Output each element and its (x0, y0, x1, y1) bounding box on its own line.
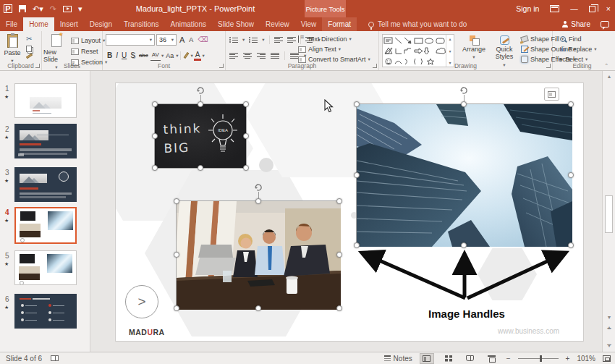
increase-indent-icon[interactable] (287, 37, 296, 43)
skyscraper-photo[interactable] (356, 103, 572, 246)
zoom-slider-thumb[interactable] (540, 355, 542, 362)
reading-view-button[interactable] (463, 353, 478, 364)
shrink-font-button[interactable]: A (187, 35, 195, 45)
italic-button[interactable]: I (114, 51, 119, 61)
font-color-button[interactable]: A (194, 51, 202, 61)
clear-formatting-icon[interactable]: ⌫ (196, 35, 209, 45)
resize-handle[interactable] (461, 101, 467, 107)
collapse-ribbon-icon[interactable]: ⌃ (604, 63, 608, 69)
sign-in-button[interactable]: Sign in (516, 4, 539, 13)
fit-to-window-icon[interactable] (603, 355, 611, 362)
scrollbar-thumb[interactable] (605, 195, 613, 233)
clipboard-dialog-launcher[interactable] (35, 64, 40, 68)
tab-home[interactable]: Home (23, 17, 54, 31)
tab-slide-show[interactable]: Slide Show (212, 17, 260, 31)
slide-sorter-button[interactable] (441, 353, 456, 364)
tab-review[interactable]: Review (260, 17, 295, 31)
layout-options-button[interactable] (544, 88, 559, 101)
font-name-combo[interactable]: ▾ (106, 34, 155, 46)
zoom-slider[interactable] (518, 358, 559, 359)
resize-handle[interactable] (568, 101, 574, 107)
layout-button[interactable]: Layout▾ (71, 35, 107, 46)
font-dialog-launcher[interactable] (219, 64, 224, 68)
underline-button[interactable]: U (120, 51, 128, 61)
rotate-handle[interactable] (195, 85, 205, 95)
change-case-button[interactable]: Aa (164, 51, 175, 61)
meeting-photo[interactable] (176, 200, 340, 309)
font-size-combo[interactable]: 36▾ (156, 34, 177, 46)
zoom-in-button[interactable]: + (566, 355, 570, 363)
resize-handle[interactable] (568, 242, 574, 248)
find-button[interactable]: Find (560, 35, 596, 43)
character-spacing-button[interactable]: AV (150, 50, 161, 61)
slide-2-thumbnail[interactable] (14, 124, 77, 158)
tab-transitions[interactable]: Transitions (118, 17, 165, 31)
bold-button[interactable]: B (106, 51, 114, 61)
ribbon-display-options-icon[interactable] (550, 5, 559, 12)
minimize-button[interactable]: — (570, 4, 578, 13)
previous-slide-button[interactable]: ▲▔ (603, 326, 615, 333)
rotate-handle[interactable] (459, 85, 469, 95)
rotate-handle[interactable] (253, 182, 263, 192)
next-slide-shape[interactable]: > (125, 285, 158, 318)
slide-show-button[interactable] (485, 353, 499, 364)
reset-button[interactable]: Reset (71, 46, 107, 56)
copy-icon[interactable] (26, 46, 32, 52)
text-shadow-button[interactable]: S (129, 51, 137, 61)
slide-4-thumbnail[interactable] (14, 207, 77, 244)
normal-view-button[interactable] (420, 353, 434, 364)
tab-design[interactable]: Design (84, 17, 118, 31)
restore-button[interactable] (589, 6, 595, 12)
tab-animations[interactable]: Animations (165, 17, 212, 31)
align-text-button[interactable]: Align Text▾ (298, 45, 370, 54)
slide-6-thumbnail[interactable] (14, 294, 77, 329)
save-icon[interactable] (19, 5, 26, 12)
scroll-down-icon[interactable]: ▼ (603, 315, 615, 320)
bullets-icon[interactable] (229, 38, 238, 43)
close-button[interactable]: × (606, 4, 611, 13)
animation-star-icon[interactable]: ★ (4, 94, 9, 100)
resize-handle[interactable] (336, 198, 342, 204)
undo-icon[interactable]: ↶▾ (33, 5, 43, 13)
tab-file[interactable]: File (0, 17, 23, 31)
numbering-icon[interactable] (249, 38, 258, 43)
replace-button[interactable]: abReplace▾ (560, 45, 596, 54)
align-center-icon[interactable] (243, 53, 252, 59)
animation-star-icon[interactable]: ★ (4, 305, 9, 310)
resize-handle[interactable] (152, 101, 158, 107)
resize-handle[interactable] (336, 305, 342, 311)
tab-view[interactable]: View (295, 17, 323, 31)
tell-me-box[interactable]: Tell me what you want to do (368, 17, 467, 31)
spell-check-icon[interactable] (51, 355, 59, 361)
resize-handle[interactable] (568, 172, 574, 178)
next-slide-button[interactable]: ▁▼ (603, 340, 615, 347)
resize-handle[interactable] (255, 198, 261, 204)
resize-handle[interactable] (152, 165, 158, 171)
tab-insert[interactable]: Insert (54, 17, 84, 31)
animation-star-icon[interactable]: ★ (4, 178, 9, 184)
slide-3-thumbnail[interactable] (14, 167, 77, 202)
arrange-button[interactable]: Arrange▾ (459, 35, 489, 60)
resize-handle[interactable] (243, 133, 249, 139)
resize-handle[interactable] (174, 305, 179, 311)
align-right-icon[interactable] (257, 53, 266, 59)
resize-handle[interactable] (198, 165, 203, 171)
resize-handle[interactable] (354, 242, 360, 248)
resize-handle[interactable] (354, 101, 360, 107)
grow-font-button[interactable]: A (178, 35, 186, 45)
resize-handle[interactable] (336, 252, 342, 258)
resize-handle[interactable] (243, 101, 249, 107)
comments-icon[interactable] (601, 21, 609, 27)
format-painter-icon[interactable] (26, 54, 33, 59)
justify-icon[interactable] (271, 53, 279, 59)
resize-handle[interactable] (174, 252, 179, 258)
resize-handle[interactable] (243, 165, 249, 171)
notes-button[interactable]: Notes (384, 355, 412, 363)
highlight-color-icon[interactable] (184, 52, 190, 59)
zoom-out-button[interactable]: − (506, 355, 511, 363)
resize-handle[interactable] (174, 198, 179, 204)
cut-icon[interactable]: ✂ (26, 35, 33, 43)
resize-handle[interactable] (461, 242, 467, 248)
decrease-indent-icon[interactable] (274, 37, 283, 43)
slide-1-thumbnail[interactable] (14, 83, 77, 118)
